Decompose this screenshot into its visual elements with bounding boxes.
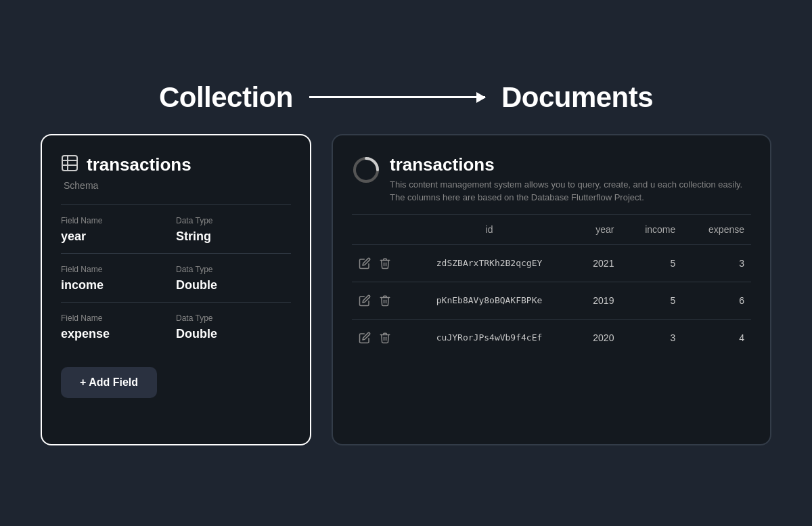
field-name-label-expense: Field Name <box>61 313 176 323</box>
field-row-year: Field Name Data Type year String <box>61 204 291 253</box>
data-type-value-income: Double <box>176 278 291 292</box>
data-type-label-expense: Data Type <box>176 313 291 323</box>
left-card-title-row: transactions <box>61 154 291 176</box>
data-type-value-expense: Double <box>176 327 291 341</box>
delete-icon-0[interactable] <box>379 257 391 269</box>
row-actions-2 <box>352 319 406 356</box>
row-year-0: 2021 <box>572 244 621 282</box>
data-type-label-income: Data Type <box>176 265 291 274</box>
collection-card: transactions Schema Field Name Data Type… <box>41 134 311 445</box>
header-row: Collection Documents <box>41 81 771 114</box>
col-header-year: year <box>572 215 621 245</box>
data-table: id year income expense <box>352 215 751 356</box>
table-row: zdSZBArxTRKh2B2qcgEY 2021 5 3 <box>352 244 751 282</box>
table-icon <box>61 154 78 176</box>
data-type-value-year: String <box>176 229 291 244</box>
field-name-label-income: Field Name <box>61 265 176 274</box>
row-expense-2: 4 <box>682 319 751 356</box>
right-card-description: This content management system allows yo… <box>390 178 751 204</box>
edit-icon-0[interactable] <box>359 257 371 269</box>
spinner-icon <box>352 156 380 184</box>
action-icons-1 <box>359 294 399 307</box>
field-name-value-expense: expense <box>61 327 176 341</box>
right-card-title: transactions <box>390 154 751 175</box>
main-container: Collection Documents transactions Sche <box>0 61 812 466</box>
field-name-value-income: income <box>61 278 176 292</box>
row-income-0: 5 <box>621 244 682 282</box>
field-name-label-year: Field Name <box>61 216 176 225</box>
edit-icon-2[interactable] <box>359 332 371 344</box>
arrow-divider <box>309 96 485 98</box>
row-income-1: 5 <box>621 282 682 319</box>
left-card-title: transactions <box>87 154 191 175</box>
data-type-label-year: Data Type <box>176 216 291 225</box>
collection-label: Collection <box>159 81 293 114</box>
right-card-header: transactions This content management sys… <box>352 154 751 204</box>
field-row-expense: Field Name Data Type expense Double <box>61 302 291 351</box>
action-icons-0 <box>359 257 399 269</box>
row-actions-0 <box>352 244 406 282</box>
cards-row: transactions Schema Field Name Data Type… <box>41 134 771 445</box>
documents-label: Documents <box>501 81 653 114</box>
row-year-1: 2019 <box>572 282 621 319</box>
delete-icon-1[interactable] <box>379 294 391 307</box>
table-wrapper: id year income expense <box>352 214 751 356</box>
table-row: pKnEb8AVy8oBQAKFBPKe 2019 5 6 <box>352 282 751 319</box>
row-year-2: 2020 <box>572 319 621 356</box>
arrow-line <box>309 96 485 98</box>
edit-icon-1[interactable] <box>359 294 371 307</box>
table-row: cuJYRorJPs4wVb9f4cEf 2020 3 4 <box>352 319 751 356</box>
documents-card: transactions This content management sys… <box>332 134 771 445</box>
row-id-0: zdSZBArxTRKh2B2qcgEY <box>406 244 572 282</box>
right-card-title-group: transactions This content management sys… <box>390 154 751 204</box>
col-header-income: income <box>621 215 682 245</box>
delete-icon-2[interactable] <box>379 332 391 344</box>
row-income-2: 3 <box>621 319 682 356</box>
col-header-actions <box>352 215 406 245</box>
table-header-row: id year income expense <box>352 215 751 245</box>
row-id-1: pKnEb8AVy8oBQAKFBPKe <box>406 282 572 319</box>
add-field-button[interactable]: + Add Field <box>61 367 157 398</box>
row-expense-1: 6 <box>682 282 751 319</box>
col-header-expense: expense <box>682 215 751 245</box>
schema-label: Schema <box>64 180 291 191</box>
action-icons-2 <box>359 332 399 344</box>
row-id-2: cuJYRorJPs4wVb9f4cEf <box>406 319 572 356</box>
row-actions-1 <box>352 282 406 319</box>
row-expense-0: 3 <box>682 244 751 282</box>
col-header-id: id <box>406 215 572 245</box>
svg-rect-0 <box>62 156 77 171</box>
field-name-value-year: year <box>61 229 176 244</box>
field-row-income: Field Name Data Type income Double <box>61 253 291 302</box>
